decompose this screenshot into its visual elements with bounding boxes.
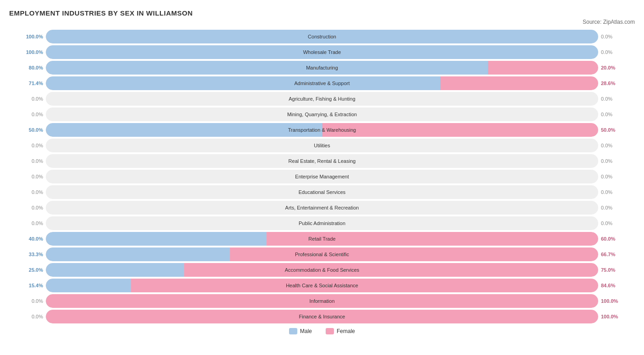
male-pct-label: 40.0% xyxy=(9,236,46,242)
female-pct-label: 0.0% xyxy=(598,34,635,39)
male-bar xyxy=(46,279,131,292)
female-pct-label: 0.0% xyxy=(598,143,635,148)
bar-area: Enterprise Management xyxy=(46,170,598,183)
female-bar xyxy=(46,310,598,323)
bar-area: Manufacturing xyxy=(46,61,598,75)
female-bar xyxy=(488,61,598,75)
legend-male-label: Male xyxy=(300,328,312,334)
legend: Male Female xyxy=(9,328,635,334)
male-pct-label: 100.0% xyxy=(9,49,46,55)
female-pct-label: 0.0% xyxy=(598,221,635,226)
bar-row: 0.0%Finance & Insurance100.0% xyxy=(9,310,635,323)
legend-male: Male xyxy=(289,328,312,334)
bar-area: Professional & Scientific xyxy=(46,247,598,261)
female-pct-label: 100.0% xyxy=(598,298,635,304)
bar-area: Accommodation & Food Services xyxy=(46,263,598,277)
legend-female-box xyxy=(326,328,334,334)
chart-container: 100.0%Construction0.0%100.0%Wholesale Tr… xyxy=(9,30,635,323)
female-pct-label: 60.0% xyxy=(598,236,635,242)
bar-area: Public Administration xyxy=(46,216,598,230)
female-pct-label: 75.0% xyxy=(598,267,635,273)
bar-area: Arts, Entertainment & Recreation xyxy=(46,201,598,215)
female-bar xyxy=(46,294,598,308)
bar-row: 0.0%Utilities0.0% xyxy=(9,139,635,152)
bar-row: 0.0%Educational Services0.0% xyxy=(9,185,635,199)
female-bar xyxy=(131,279,598,292)
male-pct-label: 0.0% xyxy=(9,174,46,179)
bar-area: Wholesale Trade xyxy=(46,45,598,59)
bar-area: Health Care & Social Assistance xyxy=(46,279,598,292)
legend-male-box xyxy=(289,328,297,334)
female-pct-label: 0.0% xyxy=(598,49,635,55)
bar-area: Agriculture, Fishing & Hunting xyxy=(46,92,598,106)
male-bar xyxy=(46,61,488,75)
female-bar xyxy=(322,123,598,137)
male-bar xyxy=(46,247,230,261)
bar-row: 80.0%Manufacturing20.0% xyxy=(9,61,635,75)
bar-area: Retail Trade xyxy=(46,232,598,246)
male-pct-label: 0.0% xyxy=(9,96,46,102)
male-pct-label: 15.4% xyxy=(9,283,46,288)
male-pct-label: 0.0% xyxy=(9,143,46,148)
male-pct-label: 0.0% xyxy=(9,112,46,117)
male-pct-label: 0.0% xyxy=(9,298,46,304)
female-pct-label: 0.0% xyxy=(598,158,635,164)
bar-area: Finance & Insurance xyxy=(46,310,598,323)
male-bar xyxy=(46,30,598,43)
bar-row: 0.0%Agriculture, Fishing & Hunting0.0% xyxy=(9,92,635,106)
source-label: Source: ZipAtlas.com xyxy=(9,19,635,25)
bar-area: Administrative & Support xyxy=(46,76,598,90)
female-bar xyxy=(267,232,598,246)
bar-row: 0.0%Mining, Quarrying, & Extraction0.0% xyxy=(9,108,635,121)
bar-row: 0.0%Arts, Entertainment & Recreation0.0% xyxy=(9,201,635,215)
female-pct-label: 66.7% xyxy=(598,252,635,257)
male-pct-label: 50.0% xyxy=(9,127,46,133)
female-pct-label: 100.0% xyxy=(598,314,635,319)
bar-row: 100.0%Wholesale Trade0.0% xyxy=(9,45,635,59)
bar-area: Educational Services xyxy=(46,185,598,199)
male-bar xyxy=(46,45,598,59)
bar-area: Utilities xyxy=(46,139,598,152)
legend-female-label: Female xyxy=(337,328,355,334)
male-pct-label: 80.0% xyxy=(9,65,46,70)
female-bar xyxy=(440,76,598,90)
female-pct-label: 0.0% xyxy=(598,189,635,195)
male-pct-label: 0.0% xyxy=(9,205,46,210)
female-pct-label: 28.6% xyxy=(598,81,635,86)
bar-row: 0.0%Information100.0% xyxy=(9,294,635,308)
bar-row: 25.0%Accommodation & Food Services75.0% xyxy=(9,263,635,277)
female-bar xyxy=(230,247,598,261)
male-pct-label: 0.0% xyxy=(9,158,46,164)
male-pct-label: 71.4% xyxy=(9,81,46,86)
bar-area: Information xyxy=(46,294,598,308)
male-bar xyxy=(46,263,184,277)
bar-row: 33.3%Professional & Scientific66.7% xyxy=(9,247,635,261)
chart-title: EMPLOYMENT INDUSTRIES BY SEX IN WILLIAMS… xyxy=(9,9,635,17)
bar-area: Mining, Quarrying, & Extraction xyxy=(46,108,598,121)
female-pct-label: 0.0% xyxy=(598,174,635,179)
male-pct-label: 100.0% xyxy=(9,34,46,39)
female-pct-label: 20.0% xyxy=(598,65,635,70)
female-pct-label: 0.0% xyxy=(598,112,635,117)
bar-area: Transportation & Warehousing xyxy=(46,123,598,137)
male-pct-label: 0.0% xyxy=(9,189,46,195)
bar-row: 100.0%Construction0.0% xyxy=(9,30,635,43)
bar-row: 0.0%Public Administration0.0% xyxy=(9,216,635,230)
bar-area: Construction xyxy=(46,30,598,43)
legend-female: Female xyxy=(326,328,355,334)
male-pct-label: 33.3% xyxy=(9,252,46,257)
male-pct-label: 0.0% xyxy=(9,221,46,226)
bar-row: 40.0%Retail Trade60.0% xyxy=(9,232,635,246)
male-bar xyxy=(46,76,440,90)
male-bar xyxy=(46,232,267,246)
male-pct-label: 25.0% xyxy=(9,267,46,273)
bar-row: 50.0%Transportation & Warehousing50.0% xyxy=(9,123,635,137)
male-pct-label: 0.0% xyxy=(9,314,46,319)
female-pct-label: 0.0% xyxy=(598,205,635,210)
female-pct-label: 0.0% xyxy=(598,96,635,102)
bar-row: 0.0%Real Estate, Rental & Leasing0.0% xyxy=(9,154,635,168)
bar-row: 0.0%Enterprise Management0.0% xyxy=(9,170,635,183)
bar-area: Real Estate, Rental & Leasing xyxy=(46,154,598,168)
male-bar xyxy=(46,123,322,137)
female-bar xyxy=(184,263,599,277)
